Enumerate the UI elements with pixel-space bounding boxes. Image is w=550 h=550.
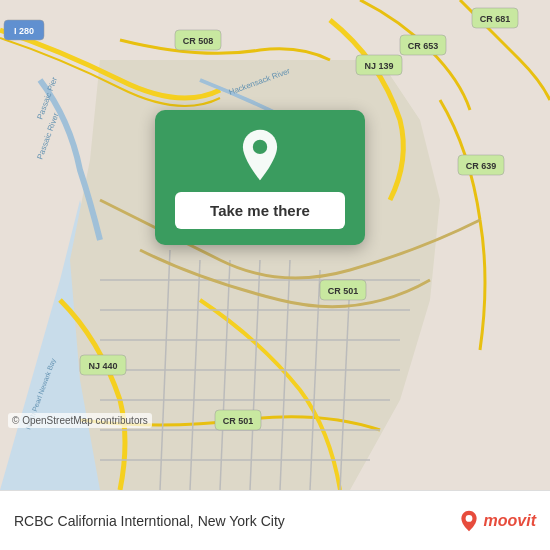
popup-card: Take me there bbox=[155, 110, 365, 245]
svg-text:CR 639: CR 639 bbox=[466, 161, 497, 171]
moovit-logo: moovit bbox=[458, 510, 536, 532]
svg-text:CR 681: CR 681 bbox=[480, 14, 511, 24]
location-name: RCBC California Interntional, New York C… bbox=[14, 513, 458, 529]
location-pin-icon bbox=[233, 128, 287, 182]
take-me-there-button[interactable]: Take me there bbox=[175, 192, 345, 229]
svg-text:NJ 440: NJ 440 bbox=[88, 361, 117, 371]
moovit-pin-icon bbox=[458, 510, 480, 532]
svg-text:CR 501: CR 501 bbox=[223, 416, 254, 426]
svg-point-40 bbox=[253, 140, 267, 154]
svg-text:CR 501: CR 501 bbox=[328, 286, 359, 296]
svg-text:CR 508: CR 508 bbox=[183, 36, 214, 46]
svg-text:CR 653: CR 653 bbox=[408, 41, 439, 51]
svg-text:NJ 139: NJ 139 bbox=[364, 61, 393, 71]
moovit-brand-text: moovit bbox=[484, 512, 536, 530]
bottom-bar: RCBC California Interntional, New York C… bbox=[0, 490, 550, 550]
map-attribution: © OpenStreetMap contributors bbox=[8, 413, 152, 428]
svg-text:I 280: I 280 bbox=[14, 26, 34, 36]
svg-point-41 bbox=[465, 515, 472, 522]
map-container: CR 681 CR 653 NJ 139 I 280 CR 508 CR 639… bbox=[0, 0, 550, 490]
